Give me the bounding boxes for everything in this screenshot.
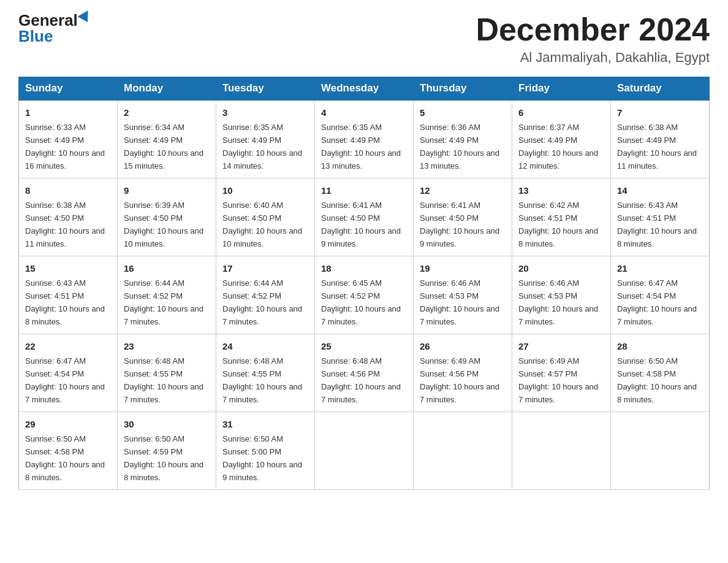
title-section: December 2024 Al Jammaliyah, Dakahlia, E… — [476, 12, 710, 66]
calendar-day-cell: 7Sunrise: 6:38 AMSunset: 4:49 PMDaylight… — [611, 100, 710, 178]
day-number: 10 — [222, 183, 308, 197]
day-number: 29 — [25, 417, 111, 431]
day-number: 9 — [124, 183, 210, 197]
calendar-day-cell: 15Sunrise: 6:43 AMSunset: 4:51 PMDayligh… — [19, 256, 118, 334]
day-info: Sunrise: 6:41 AMSunset: 4:50 PMDaylight:… — [420, 201, 499, 248]
day-number: 28 — [617, 339, 703, 353]
day-number: 13 — [518, 183, 604, 197]
calendar-day-cell: 26Sunrise: 6:49 AMSunset: 4:56 PMDayligh… — [414, 334, 512, 412]
weekday-header-wednesday: Wednesday — [315, 77, 414, 101]
day-info: Sunrise: 6:48 AMSunset: 4:56 PMDaylight:… — [321, 356, 401, 404]
calendar-week-row: 8Sunrise: 6:38 AMSunset: 4:50 PMDaylight… — [19, 178, 710, 256]
day-number: 12 — [420, 183, 506, 197]
weekday-header-sunday: Sunday — [19, 77, 118, 101]
day-number: 3 — [222, 105, 308, 120]
day-number: 17 — [222, 261, 308, 275]
day-number: 15 — [25, 261, 111, 275]
day-info: Sunrise: 6:46 AMSunset: 4:53 PMDaylight:… — [420, 278, 499, 326]
day-number: 2 — [124, 105, 210, 120]
calendar-day-cell: 22Sunrise: 6:47 AMSunset: 4:54 PMDayligh… — [19, 334, 118, 412]
calendar-day-cell: 1Sunrise: 6:33 AMSunset: 4:49 PMDaylight… — [19, 100, 118, 178]
location-title: Al Jammaliyah, Dakahlia, Egypt — [476, 50, 710, 66]
day-number: 20 — [518, 261, 604, 275]
day-number: 8 — [25, 183, 111, 197]
day-number: 16 — [124, 261, 210, 275]
day-number: 19 — [420, 261, 506, 275]
month-title: December 2024 — [476, 12, 710, 47]
day-info: Sunrise: 6:48 AMSunset: 4:55 PMDaylight:… — [222, 356, 302, 404]
day-info: Sunrise: 6:44 AMSunset: 4:52 PMDaylight:… — [124, 278, 203, 326]
calendar-week-row: 1Sunrise: 6:33 AMSunset: 4:49 PMDaylight… — [19, 100, 710, 178]
day-number: 5 — [420, 105, 506, 120]
day-info: Sunrise: 6:40 AMSunset: 4:50 PMDaylight:… — [222, 201, 302, 248]
day-info: Sunrise: 6:33 AMSunset: 4:49 PMDaylight:… — [25, 123, 105, 170]
logo-triangle-icon — [77, 10, 93, 25]
calendar-day-cell: 10Sunrise: 6:40 AMSunset: 4:50 PMDayligh… — [216, 178, 315, 256]
day-info: Sunrise: 6:50 AMSunset: 5:00 PMDaylight:… — [222, 434, 302, 482]
weekday-header-saturday: Saturday — [611, 77, 710, 101]
day-info: Sunrise: 6:42 AMSunset: 4:51 PMDaylight:… — [518, 201, 598, 248]
calendar-empty-cell — [315, 412, 414, 489]
day-info: Sunrise: 6:38 AMSunset: 4:50 PMDaylight:… — [25, 201, 105, 248]
calendar-week-row: 29Sunrise: 6:50 AMSunset: 4:58 PMDayligh… — [19, 412, 710, 489]
calendar-day-cell: 23Sunrise: 6:48 AMSunset: 4:55 PMDayligh… — [118, 334, 216, 412]
day-number: 26 — [420, 339, 506, 353]
weekday-header-row: SundayMondayTuesdayWednesdayThursdayFrid… — [19, 77, 710, 101]
logo-blue-text: Blue — [18, 28, 53, 44]
calendar-week-row: 15Sunrise: 6:43 AMSunset: 4:51 PMDayligh… — [19, 256, 710, 334]
calendar-day-cell: 2Sunrise: 6:34 AMSunset: 4:49 PMDaylight… — [118, 100, 216, 178]
day-info: Sunrise: 6:50 AMSunset: 4:59 PMDaylight:… — [124, 434, 203, 482]
calendar-empty-cell — [414, 412, 512, 489]
day-number: 4 — [321, 105, 407, 120]
day-info: Sunrise: 6:43 AMSunset: 4:51 PMDaylight:… — [617, 201, 697, 248]
calendar-day-cell: 5Sunrise: 6:36 AMSunset: 4:49 PMDaylight… — [414, 100, 512, 178]
day-number: 6 — [518, 105, 604, 120]
day-info: Sunrise: 6:37 AMSunset: 4:49 PMDaylight:… — [518, 123, 598, 170]
day-info: Sunrise: 6:47 AMSunset: 4:54 PMDaylight:… — [617, 278, 697, 326]
calendar-day-cell: 11Sunrise: 6:41 AMSunset: 4:50 PMDayligh… — [315, 178, 414, 256]
day-info: Sunrise: 6:34 AMSunset: 4:49 PMDaylight:… — [124, 123, 203, 170]
calendar-day-cell: 18Sunrise: 6:45 AMSunset: 4:52 PMDayligh… — [315, 256, 414, 334]
day-number: 7 — [617, 105, 703, 120]
calendar-day-cell: 16Sunrise: 6:44 AMSunset: 4:52 PMDayligh… — [118, 256, 216, 334]
day-info: Sunrise: 6:38 AMSunset: 4:49 PMDaylight:… — [617, 123, 697, 170]
calendar-day-cell: 31Sunrise: 6:50 AMSunset: 5:00 PMDayligh… — [216, 412, 315, 489]
calendar-day-cell: 14Sunrise: 6:43 AMSunset: 4:51 PMDayligh… — [611, 178, 710, 256]
calendar-day-cell: 27Sunrise: 6:49 AMSunset: 4:57 PMDayligh… — [512, 334, 611, 412]
logo: General Blue — [18, 12, 91, 44]
logo-general-text: General — [18, 12, 78, 28]
day-number: 31 — [222, 417, 308, 431]
day-number: 23 — [124, 339, 210, 353]
day-number: 30 — [124, 417, 210, 431]
day-number: 11 — [321, 183, 407, 197]
calendar-day-cell: 29Sunrise: 6:50 AMSunset: 4:58 PMDayligh… — [19, 412, 118, 489]
calendar-day-cell: 4Sunrise: 6:35 AMSunset: 4:49 PMDaylight… — [315, 100, 414, 178]
day-info: Sunrise: 6:35 AMSunset: 4:49 PMDaylight:… — [321, 123, 401, 170]
calendar-empty-cell — [611, 412, 710, 489]
day-info: Sunrise: 6:39 AMSunset: 4:50 PMDaylight:… — [124, 201, 203, 248]
calendar-day-cell: 17Sunrise: 6:44 AMSunset: 4:52 PMDayligh… — [216, 256, 315, 334]
day-info: Sunrise: 6:48 AMSunset: 4:55 PMDaylight:… — [124, 356, 203, 404]
calendar-empty-cell — [512, 412, 611, 489]
day-info: Sunrise: 6:49 AMSunset: 4:56 PMDaylight:… — [420, 356, 499, 404]
day-info: Sunrise: 6:47 AMSunset: 4:54 PMDaylight:… — [25, 356, 105, 404]
day-info: Sunrise: 6:43 AMSunset: 4:51 PMDaylight:… — [25, 278, 105, 326]
day-number: 25 — [321, 339, 407, 353]
calendar-day-cell: 9Sunrise: 6:39 AMSunset: 4:50 PMDaylight… — [118, 178, 216, 256]
day-number: 14 — [617, 183, 703, 197]
day-info: Sunrise: 6:36 AMSunset: 4:49 PMDaylight:… — [420, 123, 499, 170]
day-number: 21 — [617, 261, 703, 275]
calendar-table: SundayMondayTuesdayWednesdayThursdayFrid… — [18, 77, 710, 490]
day-number: 24 — [222, 339, 308, 353]
day-info: Sunrise: 6:50 AMSunset: 4:58 PMDaylight:… — [25, 434, 105, 482]
weekday-header-monday: Monday — [118, 77, 216, 101]
day-info: Sunrise: 6:41 AMSunset: 4:50 PMDaylight:… — [321, 201, 401, 248]
calendar-day-cell: 3Sunrise: 6:35 AMSunset: 4:49 PMDaylight… — [216, 100, 315, 178]
weekday-header-tuesday: Tuesday — [216, 77, 315, 101]
day-info: Sunrise: 6:46 AMSunset: 4:53 PMDaylight:… — [518, 278, 598, 326]
calendar-day-cell: 25Sunrise: 6:48 AMSunset: 4:56 PMDayligh… — [315, 334, 414, 412]
calendar-day-cell: 28Sunrise: 6:50 AMSunset: 4:58 PMDayligh… — [611, 334, 710, 412]
day-number: 18 — [321, 261, 407, 275]
day-info: Sunrise: 6:45 AMSunset: 4:52 PMDaylight:… — [321, 278, 401, 326]
day-number: 27 — [518, 339, 604, 353]
